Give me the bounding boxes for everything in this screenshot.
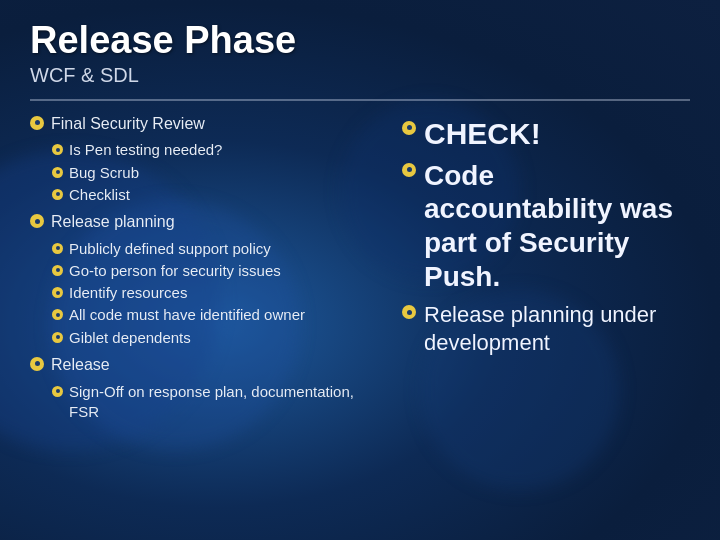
bullet-icon-small [52, 386, 63, 397]
right-bullet-icon [402, 121, 416, 135]
list-item: Checklist [52, 185, 382, 205]
list-item: Release planning [30, 211, 382, 233]
sub-item-label: Publicly defined support policy [69, 239, 271, 259]
sub-item-label: Go-to person for security issues [69, 261, 281, 281]
sub-items-release: Sign-Off on response plan, documentation… [52, 382, 382, 425]
bullet-label: Release [51, 354, 110, 376]
right-bullet-icon [402, 305, 416, 319]
bullet-label: Release planning [51, 211, 175, 233]
right-list-item: Release planning under development [402, 301, 690, 356]
sub-item-label: Checklist [69, 185, 130, 205]
sub-item-label: Sign-Off on response plan, documentation… [69, 382, 382, 423]
list-item: Is Pen testing needed? [52, 140, 382, 160]
sub-items-security: Is Pen testing needed? Bug Scrub Checkli… [52, 140, 382, 207]
header-divider [30, 99, 690, 101]
right-item-code-accountability: Code accountability was part of Security… [424, 159, 690, 293]
list-item: Release [30, 354, 382, 376]
bullet-label: Final Security Review [51, 113, 205, 135]
sub-item-label: Giblet dependents [69, 328, 191, 348]
list-item: Identify resources [52, 283, 382, 303]
sub-items-release-planning: Publicly defined support policy Go-to pe… [52, 239, 382, 350]
right-column: CHECK! Code accountability was part of S… [402, 113, 690, 520]
list-item: Bug Scrub [52, 163, 382, 183]
slide-header: Release Phase WCF & SDL [30, 20, 690, 87]
right-list-item: CHECK! [402, 117, 690, 151]
right-bullet-icon [402, 163, 416, 177]
bullet-icon-small [52, 332, 63, 343]
bullet-icon-small [52, 287, 63, 298]
sub-item-label: Identify resources [69, 283, 187, 303]
left-column: Final Security Review Is Pen testing nee… [30, 113, 382, 520]
list-item: Sign-Off on response plan, documentation… [52, 382, 382, 423]
slide-subtitle: WCF & SDL [30, 64, 690, 87]
bullet-icon-small [52, 144, 63, 155]
sub-item-label: Is Pen testing needed? [69, 140, 222, 160]
right-list-item: Code accountability was part of Security… [402, 159, 690, 293]
slide-container: Release Phase WCF & SDL Final Security R… [0, 0, 720, 540]
bullet-icon-small [52, 265, 63, 276]
list-item: Final Security Review [30, 113, 382, 135]
list-item: All code must have identified owner [52, 305, 382, 325]
bullet-icon-small [52, 309, 63, 320]
slide-title: Release Phase [30, 20, 690, 62]
bullet-icon [30, 116, 44, 130]
slide-content: Final Security Review Is Pen testing nee… [30, 113, 690, 520]
list-item: Giblet dependents [52, 328, 382, 348]
list-item: Go-to person for security issues [52, 261, 382, 281]
right-item-check: CHECK! [424, 117, 541, 151]
bullet-icon-small [52, 189, 63, 200]
list-item: Publicly defined support policy [52, 239, 382, 259]
bullet-icon [30, 357, 44, 371]
bullet-icon-small [52, 243, 63, 254]
bullet-icon-small [52, 167, 63, 178]
sub-item-label: All code must have identified owner [69, 305, 305, 325]
sub-item-label: Bug Scrub [69, 163, 139, 183]
right-item-release-planning: Release planning under development [424, 301, 690, 356]
bullet-icon [30, 214, 44, 228]
